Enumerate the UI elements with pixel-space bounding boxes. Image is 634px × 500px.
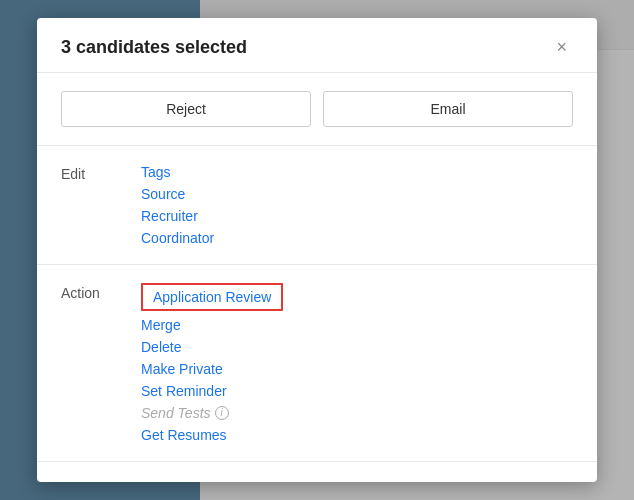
send-tests-info-icon[interactable]: i [215, 406, 229, 420]
edit-recruiter-link[interactable]: Recruiter [141, 208, 214, 224]
edit-section: Edit Tags Source Recruiter Coordinator [37, 146, 597, 265]
edit-section-label: Edit [61, 164, 141, 246]
modal-dialog: 3 candidates selected × Reject Email Edi… [37, 18, 597, 482]
action-links: Application Review Merge Delete Make Pri… [141, 283, 283, 443]
action-send-tests-link: Send Tests [141, 405, 211, 421]
action-buttons-row: Reject Email [37, 73, 597, 146]
action-make-private-link[interactable]: Make Private [141, 361, 283, 377]
reject-button[interactable]: Reject [61, 91, 311, 127]
action-get-resumes-link[interactable]: Get Resumes [141, 427, 283, 443]
edit-links: Tags Source Recruiter Coordinator [141, 164, 214, 246]
edit-tags-link[interactable]: Tags [141, 164, 214, 180]
action-section-label: Action [61, 283, 141, 443]
modal-overlay: 3 candidates selected × Reject Email Edi… [0, 0, 634, 500]
action-delete-link[interactable]: Delete [141, 339, 283, 355]
edit-source-link[interactable]: Source [141, 186, 214, 202]
email-button[interactable]: Email [323, 91, 573, 127]
action-section: Action Application Review Merge Delete M… [37, 265, 597, 462]
modal-title: 3 candidates selected [61, 37, 247, 58]
action-send-tests-row: Send Tests i [141, 405, 283, 421]
action-set-reminder-link[interactable]: Set Reminder [141, 383, 283, 399]
modal-header: 3 candidates selected × [37, 18, 597, 73]
edit-coordinator-link[interactable]: Coordinator [141, 230, 214, 246]
close-button[interactable]: × [550, 36, 573, 58]
action-merge-link[interactable]: Merge [141, 317, 283, 333]
action-application-review-link[interactable]: Application Review [141, 283, 283, 311]
